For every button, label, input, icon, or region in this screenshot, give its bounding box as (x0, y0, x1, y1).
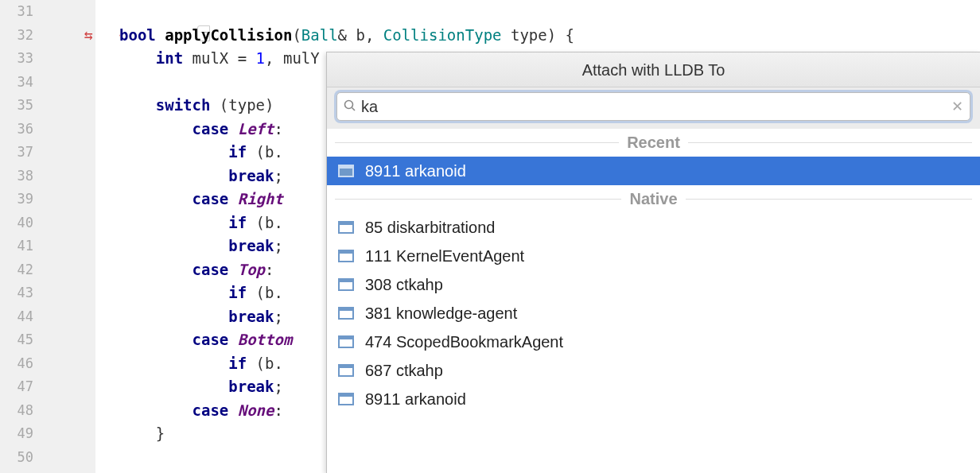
svg-point-2 (345, 100, 353, 108)
line-number: 31 (0, 0, 33, 24)
section-native: Native (327, 185, 980, 213)
line-number: 48 (0, 399, 33, 423)
line-number: 50 (0, 446, 33, 470)
attach-lldb-popup: Attach with LLDB To ✕ Recent 8911 arkano… (326, 52, 980, 473)
process-icon (338, 278, 354, 291)
process-label: 85 diskarbitrationd (365, 219, 495, 237)
gutter-icon-strip: ⇆ ? (40, 0, 95, 473)
code-line[interactable]: bool applyCollision(Ball& b, CollisionTy… (119, 24, 980, 48)
popup-title: Attach with LLDB To (327, 52, 980, 87)
code-line[interactable] (119, 0, 980, 24)
line-number: 45 (0, 328, 33, 352)
search-input[interactable] (361, 98, 951, 116)
process-item[interactable]: 381 knowledge-agent (327, 299, 980, 328)
process-icon (338, 307, 354, 320)
process-icon (338, 364, 354, 377)
process-label: 111 KernelEventAgent (365, 247, 524, 266)
process-label: 8911 arkanoid (365, 162, 466, 180)
line-number: 47 (0, 375, 33, 399)
process-item[interactable]: 474 ScopedBookmarkAgent (327, 328, 980, 356)
line-number: 33 (0, 47, 33, 71)
section-recent: Recent (327, 129, 980, 157)
process-label: 474 ScopedBookmarkAgent (365, 333, 563, 351)
process-label: 8911 arkanoid (365, 390, 466, 409)
process-item-selected[interactable]: 8911 arkanoid (327, 157, 980, 185)
line-number: 43 (0, 281, 33, 305)
line-number: 36 (0, 118, 33, 142)
line-number: 49 (0, 422, 33, 446)
line-number: 42 (0, 258, 33, 282)
search-icon (344, 98, 356, 116)
popup-search-bar: ✕ (327, 87, 980, 129)
process-item[interactable]: 8911 arkanoid (327, 385, 980, 413)
line-number: 32 (0, 24, 33, 48)
line-number: 46 (0, 352, 33, 376)
clear-search-icon[interactable]: ✕ (951, 98, 963, 115)
process-label: 308 ctkahp (365, 276, 443, 294)
process-icon (338, 250, 354, 262)
line-number: 34 (0, 71, 33, 95)
process-label: 687 ctkahp (365, 362, 443, 380)
line-number: 41 (0, 235, 33, 258)
process-item[interactable]: 687 ctkahp (327, 356, 980, 385)
line-number-gutter: 3132333435363738394041424344454647484950 (0, 0, 40, 473)
line-number: 38 (0, 165, 33, 188)
process-item[interactable]: 308 ctkahp (327, 270, 980, 299)
process-label: 381 knowledge-agent (365, 304, 517, 323)
search-box[interactable]: ✕ (336, 92, 970, 121)
line-number: 44 (0, 305, 33, 329)
process-icon (338, 221, 354, 234)
line-number: 37 (0, 141, 33, 165)
process-item[interactable]: 85 diskarbitrationd (327, 213, 980, 242)
process-icon (338, 335, 354, 348)
process-icon (338, 165, 354, 177)
vcs-arrows-icon: ⇆ (84, 26, 93, 43)
svg-line-3 (352, 107, 356, 110)
line-number: 39 (0, 188, 33, 211)
process-item[interactable]: 111 KernelEventAgent (327, 242, 980, 270)
line-number: 35 (0, 94, 33, 118)
fold-region (95, 0, 119, 473)
process-icon (338, 393, 354, 405)
line-number: 40 (0, 211, 33, 235)
